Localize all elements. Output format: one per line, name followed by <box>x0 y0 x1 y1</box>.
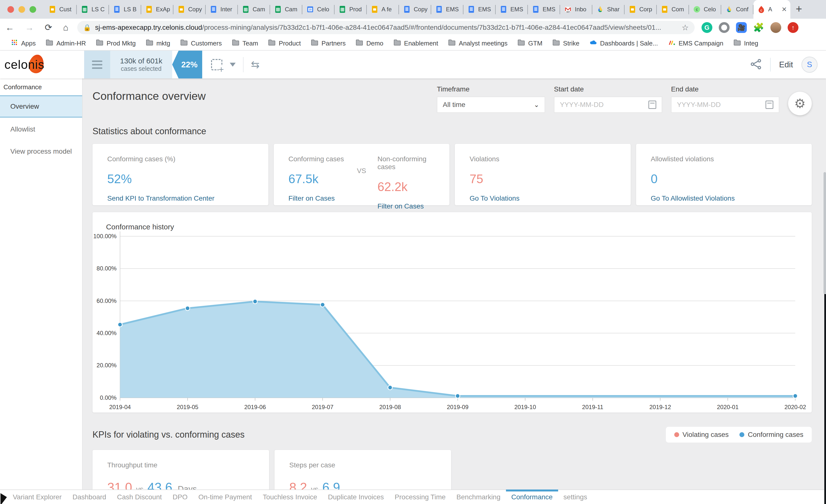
go-to-violations-link[interactable]: Go To Violations <box>470 194 616 202</box>
sidebar-item-allowlist[interactable]: Allowlist <box>0 119 82 140</box>
home-icon[interactable]: ⌂ <box>58 22 74 33</box>
bookmark-item[interactable]: GTM <box>512 39 547 48</box>
zoom-extension-icon[interactable]: 🎥 <box>736 22 747 33</box>
tab-title: A <box>768 6 777 13</box>
sheet-tab-cash-discount[interactable]: Cash Discount <box>112 490 167 504</box>
red-extension-icon[interactable]: ↑ <box>788 22 799 33</box>
bookmark-item[interactable]: Partners <box>306 39 351 48</box>
calendar-icon[interactable] <box>765 101 773 109</box>
bookmark-item[interactable]: Apps <box>5 39 41 48</box>
bookmark-item[interactable]: Dashboards | Sale... <box>584 39 663 48</box>
sheet-tab-variant-explorer[interactable]: Variant Explorer <box>7 490 67 504</box>
timeframe-select[interactable]: All time ⌄ <box>437 97 545 113</box>
browser-tab[interactable]: Cam <box>270 0 302 19</box>
minimize-window-icon[interactable] <box>18 6 25 13</box>
browser-tab[interactable]: EMS <box>528 0 560 19</box>
sheet-tab-dashboard[interactable]: Dashboard <box>67 490 112 504</box>
add-selection-icon[interactable] <box>211 59 222 70</box>
browser-tab[interactable]: 20Celo <box>302 0 335 19</box>
browser-tab[interactable]: Prod <box>335 0 367 19</box>
scrollbar-thumb[interactable] <box>824 172 826 294</box>
browser-tab[interactable]: Com <box>657 0 689 19</box>
go-to-allowlisted-link[interactable]: Go To Allowlisted Violations <box>651 194 797 202</box>
bookmark-item[interactable]: Demo <box>351 39 388 48</box>
sheet-tab-on-time-payment[interactable]: On-time Payment <box>193 490 257 504</box>
legend-label: Violating cases <box>683 431 729 439</box>
browser-tab[interactable]: LS B <box>109 0 141 19</box>
bookmark-item[interactable]: Strike <box>547 39 584 48</box>
close-tab-icon[interactable]: ✕ <box>780 6 788 13</box>
bookmark-star-icon[interactable]: ☆ <box>682 23 689 32</box>
bookmark-item[interactable]: Prod Mktg <box>91 39 141 48</box>
sidebar-item-overview[interactable]: Overview <box>0 96 82 118</box>
sheet-tab-dpo[interactable]: DPO <box>167 490 193 504</box>
browser-tab[interactable]: ExAp <box>141 0 173 19</box>
gray-extension-icon[interactable] <box>719 22 729 33</box>
browser-tab[interactable]: EMS <box>496 0 528 19</box>
puzzle-extensions-icon[interactable]: 🧩 <box>753 22 764 33</box>
kpi-label: Steps per case <box>289 461 436 469</box>
reload-icon[interactable]: ⟳ <box>39 22 58 33</box>
chevron-down-icon[interactable] <box>230 63 236 67</box>
stats-heading: Statistics about conformance <box>93 126 812 136</box>
filter-cases-link[interactable]: Filter on Cases <box>377 202 435 210</box>
menu-button[interactable] <box>84 51 110 78</box>
bookmark-item[interactable]: EMS Campaign <box>663 39 728 48</box>
folder-icon <box>355 39 363 48</box>
bookmark-item[interactable]: Admin-HR <box>41 39 91 48</box>
bookmark-item[interactable]: Enablement <box>389 39 443 48</box>
calendar-icon[interactable] <box>648 101 656 109</box>
swap-arrows-icon[interactable]: ⇆ <box>251 59 259 71</box>
filter-cases-link[interactable]: Filter on Cases <box>289 194 346 202</box>
settings-gear-button[interactable]: ⚙ <box>788 92 812 115</box>
bookmark-item[interactable]: Analyst meetings <box>443 39 512 48</box>
share-icon[interactable] <box>751 59 762 71</box>
bookmark-item[interactable]: mktg <box>141 39 175 48</box>
active-browser-tab[interactable]: cA✕ <box>754 0 790 19</box>
zoom-window-icon[interactable] <box>30 6 36 13</box>
close-window-icon[interactable] <box>7 6 14 13</box>
browser-tab[interactable]: A fe <box>367 0 399 19</box>
browser-tab[interactable]: Copy <box>173 0 205 19</box>
start-date-input[interactable]: YYYY-MM-DD <box>554 97 662 113</box>
case-selection-summary[interactable]: 130k of 601k cases selected <box>110 51 172 78</box>
browser-tab[interactable]: Conf <box>721 0 754 19</box>
back-icon[interactable]: ← <box>0 22 20 33</box>
window-controls[interactable] <box>0 6 45 19</box>
bookmark-item[interactable]: Integ <box>728 39 763 48</box>
sidebar-item-view-process-model[interactable]: View process model <box>0 141 82 162</box>
user-avatar[interactable]: S <box>802 57 818 73</box>
new-tab-button[interactable]: + <box>790 1 809 19</box>
browser-tab[interactable]: Inter <box>205 0 238 19</box>
browser-tab[interactable]: EMS <box>463 0 496 19</box>
edit-button[interactable]: Edit <box>779 60 793 69</box>
sheet-tab-processing-time[interactable]: Processing Time <box>390 490 451 504</box>
browser-tab[interactable]: Corp <box>625 0 657 19</box>
profile-avatar[interactable] <box>770 22 781 33</box>
browser-tab[interactable]: Copy <box>399 0 431 19</box>
browser-tab[interactable]: cCelo <box>689 0 721 19</box>
browser-tab[interactable]: 60+Inbo <box>560 0 592 19</box>
sheet-tab-conformance[interactable]: Conformance <box>506 490 558 504</box>
browser-tab[interactable]: LS C <box>77 0 109 19</box>
bookmark-item[interactable]: Team <box>227 39 263 48</box>
url-bar[interactable]: 🔒 sj-ems-apexecapp.try.celonis.cloud/pro… <box>77 21 695 34</box>
forward-icon[interactable]: → <box>20 22 39 33</box>
tab-title: LS B <box>124 6 139 13</box>
sheet-tab-touchless-invoice[interactable]: Touchless Invoice <box>257 490 322 504</box>
sheet-tab-duplicate-invoices[interactable]: Duplicate Invoices <box>322 490 389 504</box>
browser-tab[interactable]: Shar <box>592 0 625 19</box>
browser-tab[interactable]: EMS <box>431 0 463 19</box>
browser-tab[interactable]: Cam <box>238 0 270 19</box>
bookmark-item[interactable]: Product <box>263 39 306 48</box>
browser-tab[interactable]: Cust <box>45 0 77 19</box>
url-text[interactable]: sj-ems-apexecapp.try.celonis.cloud/proce… <box>95 23 678 32</box>
celonis-logo[interactable]: celonis <box>0 51 74 78</box>
grammarly-extension-icon[interactable]: G <box>702 22 712 33</box>
sheet-tab-settings[interactable]: settings <box>558 490 593 504</box>
send-kpi-link[interactable]: Send KPI to Transformation Center <box>107 194 254 202</box>
bookmark-item[interactable]: Customers <box>175 39 227 48</box>
sheet-tab-benchmarking[interactable]: Benchmarking <box>451 490 506 504</box>
tab-title: EMS <box>478 6 493 13</box>
end-date-input[interactable]: YYYY-MM-DD <box>671 97 779 113</box>
